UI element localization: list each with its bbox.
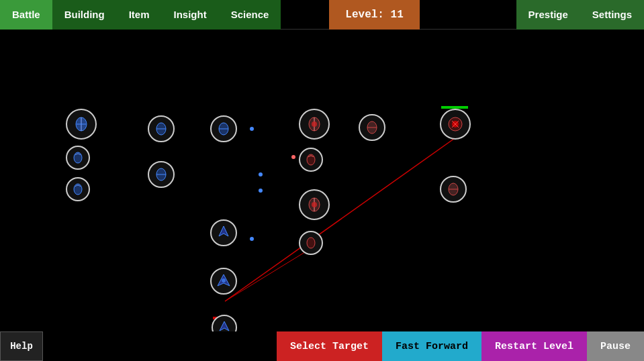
tab-item[interactable]: Item [117, 0, 162, 30]
ship-red-5[interactable] [299, 231, 323, 255]
ship-blue-5[interactable] [148, 161, 175, 188]
tab-building[interactable]: Building [52, 0, 117, 30]
ship-blue-7[interactable] [210, 219, 237, 246]
ship-red-1[interactable] [299, 109, 330, 140]
nav-right-group: Prestige Settings [516, 0, 644, 30]
bottom-bar: Help Select Target Fast Forward Restart … [0, 331, 644, 361]
svg-point-29 [312, 202, 317, 207]
tab-insight[interactable]: Insight [162, 0, 219, 30]
svg-point-30 [307, 238, 315, 248]
top-navigation: Battle Building Item Insight Science Lev… [0, 0, 644, 30]
svg-point-23 [312, 121, 317, 127]
ship-red-2[interactable] [359, 114, 385, 141]
ship-red-7[interactable] [440, 176, 467, 203]
fast-forward-button[interactable]: Fast Forward [382, 331, 481, 361]
tab-science[interactable]: Science [219, 0, 281, 30]
svg-line-0 [225, 134, 461, 301]
svg-point-4 [259, 189, 263, 193]
ship-blue-2[interactable] [66, 146, 90, 170]
battle-area [0, 30, 644, 361]
pause-button[interactable]: Pause [587, 331, 644, 361]
svg-point-6 [291, 155, 295, 159]
ship-blue-1[interactable] [66, 109, 97, 140]
help-button[interactable]: Help [0, 331, 43, 361]
ship-red-4[interactable] [299, 189, 330, 220]
ship-blue-6[interactable] [210, 115, 237, 142]
ship-blue-4[interactable] [148, 115, 175, 142]
tab-prestige[interactable]: Prestige [516, 0, 580, 30]
restart-level-button[interactable]: Restart Level [481, 331, 587, 361]
svg-point-2 [250, 127, 254, 131]
ship-blue-3[interactable] [66, 177, 90, 201]
svg-line-1 [225, 248, 312, 301]
svg-point-20 [222, 278, 226, 282]
ship-blue-8[interactable] [210, 268, 237, 295]
svg-point-3 [259, 172, 263, 176]
ship-red-6[interactable] [440, 109, 471, 140]
tab-settings[interactable]: Settings [580, 0, 644, 30]
ship-red-3[interactable] [299, 148, 323, 172]
select-target-button[interactable]: Select Target [277, 331, 382, 361]
level-display: Level: 11 [329, 0, 419, 30]
svg-point-5 [250, 237, 254, 241]
tab-battle[interactable]: Battle [0, 0, 52, 30]
